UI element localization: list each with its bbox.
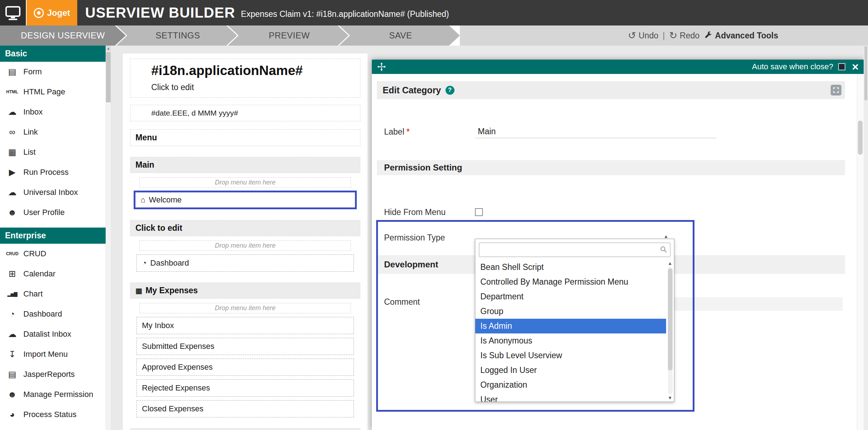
move-icon[interactable] <box>377 62 386 71</box>
sidebar-section-enterprise: Enterprise <box>0 228 106 244</box>
undo-icon: ↺ <box>628 30 636 41</box>
sidebar-item-datalist-inbox[interactable]: ☁Datalist Inbox <box>0 324 111 344</box>
dropdown-options: Bean Shell Script Controlled By Manage P… <box>475 260 666 402</box>
crud-icon: CRUD <box>6 251 19 256</box>
tab-save-label: SAVE <box>389 31 412 40</box>
menu-item-rejected-expenses[interactable]: Rejected Expenses <box>137 379 354 397</box>
category-header-main[interactable]: Main <box>130 157 360 173</box>
sidebar-item-crud[interactable]: CRUDCRUD <box>0 244 111 264</box>
dropdown-option[interactable]: Logged In User <box>475 363 666 378</box>
tab-save[interactable]: SAVE <box>339 25 460 46</box>
userview-preview-panel: #i18n.applicationName# Click to edit #da… <box>123 53 368 430</box>
dropdown-option[interactable]: Controlled By Manage Permission Menu <box>475 275 666 289</box>
menu-item-submitted-expenses[interactable]: Submitted Expenses <box>137 338 354 355</box>
sidebar-scroll-thumb[interactable] <box>106 52 111 102</box>
dropdown-option[interactable]: User <box>475 392 666 402</box>
dropdown-option-selected[interactable]: Is Admin <box>475 319 666 333</box>
sidebar-item-calendar[interactable]: ⊞Calendar <box>0 264 111 284</box>
sidebar-item-html-page[interactable]: HTMLHTML Page <box>0 82 111 102</box>
category-untitled: Click to edit Drop menu item here ◔Dashb… <box>130 220 360 272</box>
menu-item-welcome[interactable]: ⌂Welcome <box>134 191 357 209</box>
cloud-icon: ☁ <box>6 107 19 117</box>
dropdown-option[interactable]: Group <box>475 304 666 319</box>
dropdown-scrollbar[interactable]: ▲ ▼ <box>666 260 674 402</box>
sidebar-item-label: Process Status <box>23 410 77 419</box>
dropdown-scroll-track[interactable] <box>668 267 673 394</box>
tab-settings[interactable]: SETTINGS <box>116 25 237 46</box>
app-logo[interactable] <box>0 0 27 25</box>
sidebar-item-list[interactable]: ▦List <box>0 142 111 162</box>
drop-zone: Drop menu item here <box>139 177 351 188</box>
dialog-scroll-thumb[interactable] <box>858 121 863 155</box>
label-field-label: Label* <box>384 127 475 137</box>
dropdown-option[interactable]: Is Anonymous <box>475 333 666 348</box>
dialog-titlebar[interactable]: Auto save when close? × <box>372 60 864 74</box>
dropdown-option[interactable]: Is Sub Level Userview <box>475 348 666 363</box>
sidebar-item-manage-permission[interactable]: ☻Manage Permission <box>0 384 111 405</box>
category-header-approver-list[interactable]: ▦Approver List <box>130 428 360 430</box>
category-header-my-expenses[interactable]: ▦My Expenses <box>130 282 360 299</box>
sidebar-item-universal-inbox[interactable]: ☁Universal Inbox <box>0 182 111 202</box>
help-icon[interactable]: ? <box>445 86 454 95</box>
drop-zone: Drop menu item here <box>139 240 351 251</box>
scroll-down-icon[interactable]: ▼ <box>668 395 673 401</box>
hide-from-menu-checkbox[interactable] <box>475 208 483 216</box>
search-icon <box>660 246 668 253</box>
toolbar-right: ↺Undo | ↻Redo Advanced Tools <box>460 25 868 46</box>
page-scrollbar[interactable] <box>864 46 868 430</box>
redo-icon: ↻ <box>669 30 677 41</box>
undo-button[interactable]: ↺Undo <box>628 30 659 41</box>
menu-item-label: My Inbox <box>142 321 174 330</box>
select-collapse-icon: ▲ <box>664 234 668 239</box>
sidebar-item-label: Form <box>23 67 42 76</box>
sidebar-item-user-profile[interactable]: ☻User Profile <box>0 202 111 223</box>
sidebar-item-dashboard[interactable]: ◔Dashboard <box>0 304 111 324</box>
menu-item-closed-expenses[interactable]: Closed Expenses <box>137 400 354 417</box>
dropdown-scroll-thumb[interactable] <box>668 268 673 370</box>
menu-item-approved-expenses[interactable]: Approved Expenses <box>137 359 354 376</box>
redo-button[interactable]: ↻Redo <box>669 30 700 41</box>
app-version-subtitle: Expenses Claim v1: #i18n.applicationName… <box>241 9 449 19</box>
sidebar-item-form[interactable]: ▤Form <box>0 62 111 82</box>
hide-from-menu-row: Hide From Menu <box>372 206 857 219</box>
dialog-scrollbar[interactable] <box>857 74 864 430</box>
dropdown-option[interactable]: Department <box>475 289 666 304</box>
close-icon[interactable]: × <box>852 61 859 73</box>
sidebar-item-chart[interactable]: ▂▅▇Chart <box>0 284 111 304</box>
scroll-up-icon[interactable]: ▲ <box>668 261 673 266</box>
sidebar-item-run-process[interactable]: ▶Run Process <box>0 162 111 182</box>
edit-category-dialog: Auto save when close? × Edit Category ? … <box>372 60 864 430</box>
sidebar-item-label: Dashboard <box>23 309 62 319</box>
users-icon: ☻ <box>6 389 19 399</box>
sidebar-item-jasperreports[interactable]: ▤JasperReports <box>0 364 111 384</box>
permission-type-dropdown: Bean Shell Script Controlled By Manage P… <box>475 239 674 402</box>
sidebar-item-link[interactable]: ∞Link <box>0 122 111 142</box>
menu-item-label: Submitted Expenses <box>142 342 214 351</box>
tab-settings-label: SETTINGS <box>156 31 200 40</box>
sidebar-item-process-status[interactable]: ◕Process Status <box>0 405 111 425</box>
expand-icon[interactable] <box>831 85 841 95</box>
dropdown-option[interactable]: Organization <box>475 378 666 392</box>
page-scroll-thumb[interactable] <box>864 46 867 100</box>
html-icon: HTML <box>6 89 19 94</box>
autosave-checkbox[interactable] <box>838 63 845 70</box>
required-mark: * <box>406 127 410 136</box>
tab-design-userview[interactable]: DESIGN USERVIEW <box>0 25 126 46</box>
sidebar-scrollbar[interactable]: ▲ <box>106 46 111 430</box>
dropdown-search-input[interactable] <box>479 243 670 257</box>
dropdown-option[interactable]: Bean Shell Script <box>475 260 666 275</box>
sidebar-item-inbox[interactable]: ☁Inbox <box>0 102 111 122</box>
date-region[interactable]: #date.EEE, d MMM yyyy# <box>130 105 360 121</box>
userview-header-region[interactable]: #i18n.applicationName# Click to edit <box>130 59 360 98</box>
joget-logo[interactable]: Joget <box>27 0 77 25</box>
label-input[interactable] <box>475 125 716 138</box>
menu-item-my-inbox[interactable]: My Inbox <box>137 317 354 334</box>
userview-title: #i18n.applicationName# <box>151 63 356 78</box>
scroll-up-icon[interactable]: ▲ <box>106 46 111 51</box>
menu-item-dashboard[interactable]: ◔Dashboard <box>137 254 354 272</box>
drop-zone: Drop menu item here <box>139 303 351 313</box>
advanced-tools-button[interactable]: Advanced Tools <box>704 31 778 41</box>
tab-preview[interactable]: PREVIEW <box>228 25 348 46</box>
category-header-untitled[interactable]: Click to edit <box>130 220 360 236</box>
sidebar-item-import-menu[interactable]: ↧Import Menu <box>0 344 111 364</box>
